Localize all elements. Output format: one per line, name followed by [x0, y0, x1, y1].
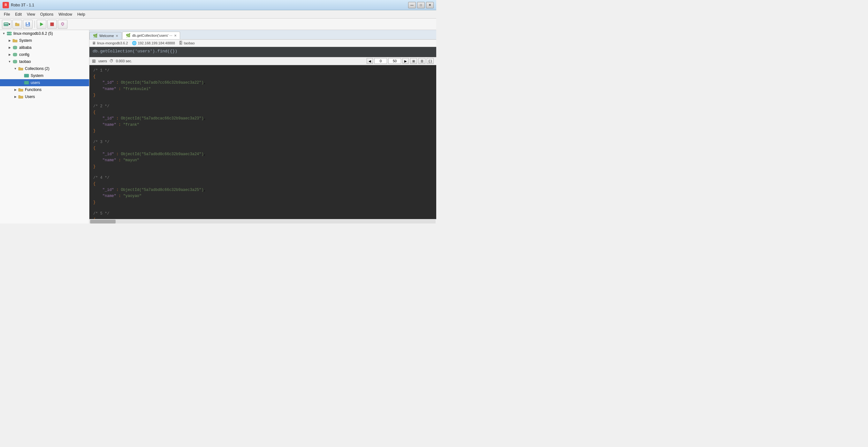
svg-marker-7 — [40, 23, 43, 26]
svg-rect-21 — [24, 81, 29, 84]
record-3: /* 3 */ { "_id" : ObjectId("5a7adbd0c66c… — [93, 139, 432, 170]
expand-arrow: ▶ — [7, 45, 12, 50]
grid-icon: ⊞ — [92, 58, 96, 64]
query-editor[interactable]: db.getCollection('users').find({}) — [89, 47, 436, 57]
tab-icon: 🌿 — [126, 33, 131, 38]
menu-bar: File Edit View Options Window Help — [0, 10, 436, 19]
taobao-label: taobao — [19, 59, 31, 64]
tab-bar: 🌿 Welcome ✕ 🌿 db.getCollection('users' ·… — [89, 30, 436, 40]
prev-page-button[interactable]: ◀ — [367, 58, 373, 64]
clear-button[interactable] — [58, 20, 67, 29]
query-time: 0.003 sec. — [116, 59, 132, 63]
expand-arrow: ▼ — [1, 31, 6, 36]
results-area[interactable]: /* 1 */ { "_id" : ObjectId("5a7adb7cc66c… — [89, 65, 436, 219]
raw-view-button[interactable]: { } — [427, 58, 434, 64]
expand-arrow — [19, 73, 24, 78]
server-address: linux-mongodb3.6.2 — [97, 41, 128, 45]
next-page-button[interactable]: ▶ — [402, 58, 409, 64]
main-layout: ▼ linux-mongodb3.6.2 (5) ▶ System — [0, 30, 436, 224]
folder-icon — [18, 94, 24, 100]
tab-welcome-close[interactable]: ✕ — [116, 34, 118, 38]
tree-item-users-folder[interactable]: ▶ Users — [0, 93, 89, 100]
svg-rect-1 — [4, 23, 6, 24]
collection-name: users — [98, 59, 107, 63]
tab-query[interactable]: 🌿 db.getCollection('users' ··· ✕ — [122, 32, 180, 39]
tree-item-collections[interactable]: ▼ Collections (2) — [0, 65, 89, 72]
save-file-button[interactable] — [23, 20, 33, 29]
svg-point-14 — [10, 34, 11, 35]
menu-view[interactable]: View — [24, 11, 38, 17]
svg-rect-2 — [6, 23, 8, 24]
svg-rect-8 — [51, 23, 54, 26]
sidebar: ▼ linux-mongodb3.6.2 (5) ▶ System — [0, 30, 89, 224]
window-controls: — □ ✕ — [408, 2, 434, 8]
scrollbar-thumb[interactable] — [90, 220, 116, 224]
tab-query-close[interactable]: ✕ — [174, 34, 177, 37]
record-1: /* 1 */ { "_id" : ObjectId("5a7adb7cc66c… — [93, 68, 432, 98]
menu-help[interactable]: Help — [75, 11, 88, 17]
svg-rect-0 — [4, 23, 8, 26]
query-text: db.getCollection('users').find({}) — [93, 49, 177, 54]
database-icon: 🗄 — [179, 41, 183, 45]
maximize-button[interactable]: □ — [417, 2, 425, 8]
server-icon: 🖥 — [92, 41, 96, 45]
db-name: taobao — [184, 41, 195, 45]
database-info: 🗄 taobao — [179, 41, 195, 45]
svg-rect-18 — [24, 74, 29, 77]
tree-item-alibaba[interactable]: ▶ alibaba — [0, 44, 89, 51]
menu-file[interactable]: File — [1, 11, 12, 17]
expand-arrow: ▶ — [7, 52, 12, 57]
record-4: /* 4 */ { "_id" : ObjectId("5a7adbd8c66c… — [93, 175, 432, 205]
page-number-input[interactable] — [374, 58, 387, 64]
horizontal-scrollbar[interactable] — [89, 219, 436, 224]
tree-item-functions[interactable]: ▶ Functions — [0, 86, 89, 93]
menu-edit[interactable]: Edit — [12, 11, 24, 17]
server-info: 🖥 linux-mongodb3.6.2 — [92, 41, 128, 45]
close-button[interactable]: ✕ — [426, 2, 434, 8]
record-2: /* 2 */ { "_id" : ObjectId("5a7adbcac66c… — [93, 103, 432, 134]
collection-icon — [24, 80, 29, 86]
scrollbar-track — [90, 220, 436, 224]
menu-options[interactable]: Options — [38, 11, 56, 17]
expand-arrow — [19, 80, 24, 85]
root-label: linux-mongodb3.6.2 (5) — [13, 31, 53, 36]
users-collection-label: users — [31, 81, 40, 85]
expand-arrow: ▶ — [13, 94, 18, 99]
run-button[interactable] — [37, 20, 46, 29]
tree-item-config[interactable]: ▶ config — [0, 51, 89, 58]
tree-view-button[interactable]: ☰ — [418, 58, 425, 64]
new-connection-button[interactable]: ▾ — [2, 20, 11, 29]
expand-arrow: ▼ — [13, 66, 18, 71]
collections-label: Collections (2) — [25, 66, 50, 71]
svg-point-13 — [10, 32, 11, 33]
folder-icon — [12, 38, 18, 43]
grid-view-button[interactable]: ⊞ — [410, 58, 417, 64]
users-folder-label: Users — [25, 95, 35, 99]
tree-item-taobao[interactable]: ▼ taobao — [0, 58, 89, 65]
tree-item-system-collection[interactable]: System — [0, 72, 89, 79]
svg-rect-6 — [27, 25, 29, 26]
open-file-button[interactable] — [12, 20, 22, 29]
db-icon — [12, 59, 18, 64]
folder-icon — [18, 87, 24, 93]
server-icon — [6, 31, 12, 36]
tree-item-users-collection[interactable]: users — [0, 79, 89, 86]
results-navigation: ◀ ▶ ⊞ ☰ { } — [367, 58, 434, 64]
menu-window[interactable]: Window — [56, 11, 75, 17]
system-label: System — [19, 38, 32, 43]
stop-button[interactable] — [47, 20, 57, 29]
tab-welcome[interactable]: 🌿 Welcome ✕ — [89, 32, 122, 39]
toolbar-separator-1 — [34, 21, 35, 28]
title-bar: R Robo 3T - 1.1 — □ ✕ — [0, 0, 436, 10]
alibaba-label: alibaba — [19, 45, 32, 50]
expand-arrow: ▶ — [13, 87, 18, 92]
tree-item-root[interactable]: ▼ linux-mongodb3.6.2 (5) — [0, 30, 89, 37]
connection-bar: 🖥 linux-mongodb3.6.2 🌐 192.168.199.184:4… — [89, 40, 436, 47]
clock-icon: ⏱ — [110, 59, 113, 63]
minimize-button[interactable]: — — [408, 2, 416, 8]
tree-item-system[interactable]: ▶ System — [0, 37, 89, 44]
page-size-input[interactable] — [388, 58, 401, 64]
app-icon: R — [3, 2, 9, 8]
expand-arrow: ▶ — [7, 38, 12, 43]
collection-icon — [24, 73, 29, 78]
